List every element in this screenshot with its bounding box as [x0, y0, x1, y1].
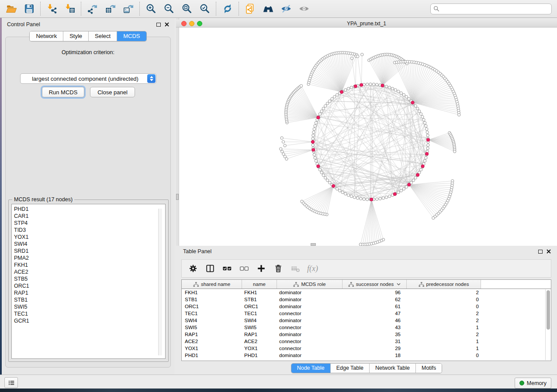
table-cell[interactable]: connector — [277, 339, 343, 344]
share-document-button[interactable] — [244, 3, 256, 15]
tab-select[interactable]: Select — [89, 31, 117, 41]
mcds-result-item[interactable]: SWI5 — [14, 303, 165, 310]
mcds-result-list[interactable]: PHD1CAR1STP4TID3YOX1SWI4SRD1PMA2FKH1ACE2… — [11, 204, 166, 359]
table-cell[interactable]: TEC1 — [242, 311, 277, 316]
tab-network-table[interactable]: Network Table — [370, 364, 416, 373]
table-cell[interactable]: RAP1 — [242, 332, 277, 337]
tab-edge-table[interactable]: Edge Table — [331, 364, 370, 373]
mcds-result-item[interactable]: SRD1 — [14, 248, 165, 254]
table-cell[interactable]: 96 — [343, 290, 407, 295]
table-cell[interactable]: FKH1 — [182, 290, 242, 295]
import-network-button[interactable] — [46, 3, 58, 15]
delete-table-button[interactable] — [290, 263, 301, 274]
table-cell[interactable]: 0 — [407, 353, 481, 358]
split-columns-button[interactable] — [205, 263, 215, 274]
zoom-selected-button[interactable] — [199, 3, 211, 15]
mcds-result-item[interactable]: GCR1 — [14, 317, 165, 324]
table-cell[interactable]: 2 — [407, 318, 481, 323]
mcds-result-item[interactable]: PMA2 — [14, 254, 165, 261]
table-cell[interactable]: dominator — [277, 290, 343, 295]
table-cell[interactable]: SWI5 — [182, 325, 242, 330]
zoom-in-button[interactable] — [145, 3, 157, 15]
table-cell[interactable]: dominator — [277, 332, 343, 337]
table-cell[interactable]: 0 — [407, 304, 481, 309]
mcds-result-item[interactable]: FKH1 — [14, 261, 165, 268]
table-scrollbar-thumb[interactable] — [547, 290, 550, 330]
table-cell[interactable]: 43 — [343, 325, 407, 330]
tab-node-table[interactable]: Node Table — [291, 364, 331, 373]
mcds-result-item[interactable]: RAP1 — [14, 289, 165, 296]
mcds-result-item[interactable]: STB5 — [14, 275, 165, 282]
network-canvas[interactable] — [179, 28, 557, 246]
mcds-result-item[interactable]: CAR1 — [14, 213, 165, 220]
mcds-result-item[interactable]: PHD1 — [14, 206, 165, 213]
mcds-result-item[interactable]: STB1 — [14, 296, 165, 303]
table-cell[interactable]: dominator — [277, 304, 343, 309]
table-row[interactable]: RAP1RAP1dominator352 — [182, 331, 545, 338]
table-cell[interactable]: PHD1 — [182, 353, 242, 358]
table-cell[interactable]: 46 — [343, 318, 407, 323]
export-image-button[interactable] — [122, 3, 134, 15]
table-cell[interactable]: 1 — [407, 339, 481, 344]
search-network-button[interactable] — [262, 3, 274, 15]
column-header-successor-nodes[interactable]: successor nodes — [343, 280, 407, 289]
control-panel-close-icon[interactable] — [165, 22, 169, 27]
select-all-columns-button[interactable] — [222, 263, 232, 274]
table-row[interactable]: TEC1TEC1connector472 — [182, 310, 545, 317]
search-input[interactable] — [430, 3, 552, 14]
table-cell[interactable]: connector — [277, 325, 343, 330]
table-cell[interactable]: YOX1 — [182, 346, 242, 351]
table-cell[interactable]: ORC1 — [182, 304, 242, 309]
column-header-predecessor-nodes[interactable]: predecessor nodes — [407, 280, 481, 289]
mcds-list-scrollbar[interactable] — [158, 209, 162, 355]
table-cell[interactable]: 1 — [407, 346, 481, 351]
table-row[interactable]: YOX1YOX1connector291 — [182, 345, 545, 352]
memory-button[interactable]: Memory — [515, 378, 551, 389]
table-cell[interactable]: connector — [277, 311, 343, 316]
table-cell[interactable]: SWI5 — [242, 325, 277, 330]
table-cell[interactable]: ACE2 — [182, 339, 242, 344]
refresh-layout-button[interactable] — [221, 3, 233, 15]
table-cell[interactable]: dominator — [277, 353, 343, 358]
add-column-button[interactable] — [256, 263, 266, 274]
zoom-out-button[interactable] — [163, 3, 175, 15]
show-graphics-button[interactable] — [298, 3, 310, 15]
control-panel-float-icon[interactable] — [156, 23, 161, 27]
table-cell[interactable]: 61 — [343, 304, 407, 309]
mcds-result-item[interactable]: TID3 — [14, 227, 165, 234]
table-cell[interactable]: FKH1 — [242, 290, 277, 295]
table-row[interactable]: ACE2ACE2connector311 — [182, 338, 545, 345]
export-network-button[interactable] — [86, 3, 98, 15]
table-cell[interactable]: TEC1 — [182, 311, 242, 316]
column-header-mcds-role[interactable]: MCDS role — [277, 280, 343, 289]
table-cell[interactable]: 1 — [407, 325, 481, 330]
function-builder-button[interactable]: f(x) — [307, 264, 318, 273]
open-folder-button[interactable] — [5, 3, 17, 15]
table-cell[interactable]: 62 — [343, 297, 407, 302]
table-cell[interactable]: STB1 — [242, 297, 277, 302]
table-cell[interactable]: ORC1 — [242, 304, 277, 309]
mcds-result-item[interactable]: STP4 — [14, 220, 165, 227]
run-mcds-button[interactable]: Run MCDS — [42, 87, 84, 97]
table-cell[interactable]: 2 — [407, 290, 481, 295]
table-row[interactable]: SWI5SWI5connector431 — [182, 324, 545, 331]
table-cell[interactable]: 0 — [407, 297, 481, 302]
table-panel-close-icon[interactable] — [547, 249, 551, 254]
table-scrollbar[interactable] — [545, 289, 550, 360]
panel-splitter-vertical[interactable] — [176, 18, 179, 246]
table-settings-button[interactable] — [188, 263, 198, 274]
table-row[interactable]: PHD1PHD1dominator180 — [182, 352, 545, 359]
table-row[interactable]: STB1STB1dominator620 — [182, 296, 545, 303]
table-cell[interactable]: YOX1 — [242, 346, 277, 351]
mcds-result-item[interactable]: TEC1 — [14, 310, 165, 317]
task-history-button[interactable] — [4, 377, 18, 388]
table-cell[interactable]: connector — [277, 346, 343, 351]
zoom-fit-button[interactable] — [181, 3, 193, 15]
table-row[interactable]: ORC1ORC1dominator610 — [182, 303, 545, 310]
table-cell[interactable]: dominator — [277, 297, 343, 302]
table-cell[interactable]: PHD1 — [242, 353, 277, 358]
mcds-result-item[interactable]: ORC1 — [14, 282, 165, 289]
tab-network[interactable]: Network — [30, 31, 63, 41]
network-window-titlebar[interactable]: YPA_prune.txt_1 — [176, 20, 557, 28]
table-cell[interactable]: 47 — [343, 311, 407, 316]
